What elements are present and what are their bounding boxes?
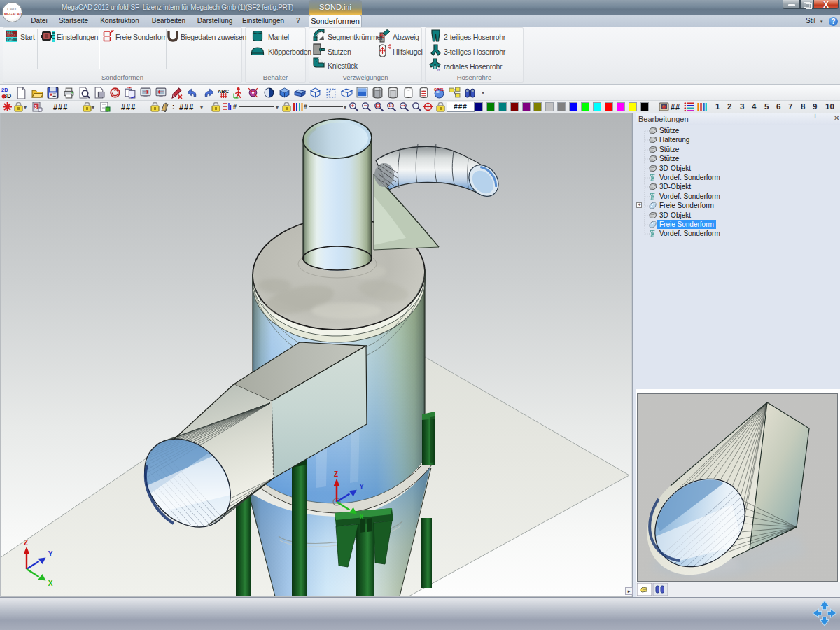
svg-text:n: n	[438, 68, 440, 72]
svg-text:Y: Y	[48, 550, 53, 558]
svg-text:CAD: CAD	[7, 38, 13, 43]
svg-text:3: 3	[34, 104, 37, 109]
svg-text:Z: Z	[334, 470, 338, 478]
svg-text:Z: Z	[24, 539, 28, 547]
svg-text:X: X	[48, 580, 53, 587]
svg-text:OPGL: OPGL	[434, 88, 445, 92]
svg-text:Y: Y	[359, 483, 364, 491]
svg-text:1:1: 1:1	[388, 104, 393, 108]
svg-text:X: X	[359, 513, 364, 521]
